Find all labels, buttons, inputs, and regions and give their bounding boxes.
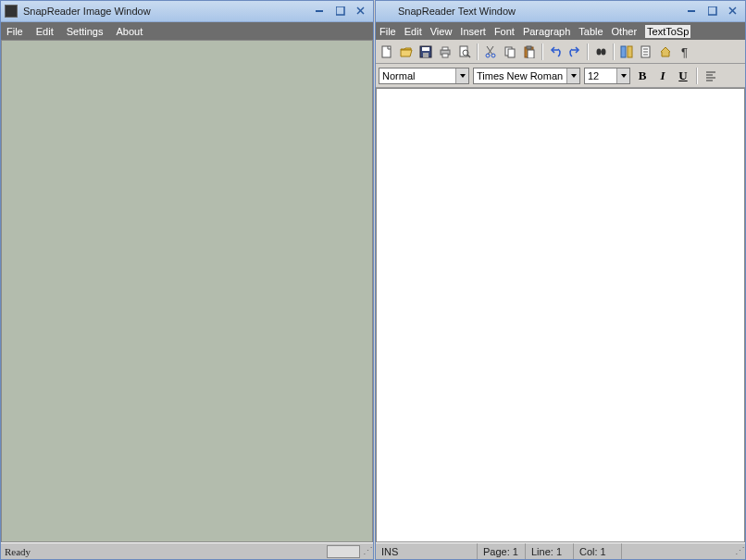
close-button[interactable] xyxy=(725,5,741,19)
size-combo[interactable]: 12 xyxy=(584,68,630,84)
underline-button[interactable]: U xyxy=(675,68,691,84)
preview-icon[interactable] xyxy=(456,44,473,60)
menu-paragraph[interactable]: Paragraph xyxy=(523,26,570,37)
home-icon[interactable] xyxy=(657,44,674,60)
svg-rect-23 xyxy=(508,49,515,57)
format-bar: Normal Times New Roman 12 B I U xyxy=(376,64,745,88)
separator-icon xyxy=(696,68,698,84)
status-ins: INS xyxy=(376,543,478,559)
resize-grip-icon[interactable]: ⋰ xyxy=(734,545,745,557)
svg-point-30 xyxy=(602,48,606,55)
window-title: SnapReader Image Window xyxy=(23,6,151,17)
resize-grip-icon[interactable]: ⋰ xyxy=(362,545,373,557)
copy-icon[interactable] xyxy=(502,44,518,60)
minimize-button[interactable] xyxy=(684,5,701,19)
titlebar[interactable]: SnapReader Image Window xyxy=(1,1,373,22)
pilcrow-icon[interactable]: ¶ xyxy=(677,44,693,60)
svg-rect-0 xyxy=(316,10,323,12)
status-text: Ready xyxy=(1,546,327,557)
separator-icon xyxy=(613,44,615,60)
svg-rect-11 xyxy=(423,53,429,57)
text-window: SnapReader Text Window File Edit View In… xyxy=(375,0,746,560)
svg-rect-32 xyxy=(621,46,626,57)
menu-insert[interactable]: Insert xyxy=(460,26,486,37)
menu-edit[interactable]: Edit xyxy=(404,26,422,37)
separator-icon xyxy=(541,44,543,60)
titlebar[interactable]: SnapReader Text Window xyxy=(376,1,745,22)
menu-view[interactable]: View xyxy=(430,26,453,37)
maximize-button[interactable] xyxy=(704,5,721,19)
redo-icon[interactable] xyxy=(566,44,583,60)
maximize-button[interactable] xyxy=(332,5,349,19)
font-value: Times New Roman xyxy=(477,70,563,81)
menubar: File Edit Settings About xyxy=(1,22,373,40)
style-combo[interactable]: Normal xyxy=(379,68,469,84)
svg-rect-26 xyxy=(527,46,531,49)
chevron-down-icon[interactable] xyxy=(455,68,468,83)
close-button[interactable] xyxy=(353,5,369,19)
size-value: 12 xyxy=(588,70,599,81)
separator-icon xyxy=(587,44,589,60)
style-value: Normal xyxy=(382,70,415,81)
menu-font[interactable]: Font xyxy=(494,26,515,37)
svg-rect-1 xyxy=(336,6,344,15)
status-col: Col: 1 xyxy=(574,543,622,559)
svg-point-29 xyxy=(597,48,602,55)
window-title: SnapReader Text Window xyxy=(379,6,516,17)
undo-icon[interactable] xyxy=(547,44,564,60)
image-canvas[interactable] xyxy=(1,40,373,542)
svg-marker-38 xyxy=(661,47,670,56)
svg-rect-33 xyxy=(628,46,632,57)
svg-point-21 xyxy=(491,54,495,57)
svg-rect-14 xyxy=(442,54,448,57)
find-icon[interactable] xyxy=(592,44,609,60)
insert-icon[interactable] xyxy=(638,44,654,60)
app-icon xyxy=(5,5,18,18)
bold-button[interactable]: B xyxy=(634,68,651,84)
italic-button[interactable]: I xyxy=(654,68,671,84)
status-line: Line: 1 xyxy=(526,543,574,559)
minimize-button[interactable] xyxy=(312,5,329,19)
svg-rect-25 xyxy=(528,50,534,58)
align-button[interactable] xyxy=(702,68,719,84)
menu-file[interactable]: File xyxy=(379,26,396,37)
menu-tts[interactable]: TextToSp xyxy=(645,25,690,38)
statusbar: Ready ⋰ xyxy=(1,542,373,559)
svg-rect-4 xyxy=(688,10,695,12)
chevron-down-icon[interactable] xyxy=(616,68,629,83)
font-combo[interactable]: Times New Roman xyxy=(473,68,580,84)
new-icon[interactable] xyxy=(379,44,395,60)
menu-table[interactable]: Table xyxy=(578,26,603,37)
menu-about[interactable]: About xyxy=(116,26,143,37)
menu-other[interactable]: Other xyxy=(612,26,638,37)
paste-icon[interactable] xyxy=(521,44,538,60)
statusbar: INS Page: 1 Line: 1 Col: 1 ⋰ xyxy=(376,542,745,559)
svg-rect-10 xyxy=(422,47,429,51)
menu-file[interactable]: File xyxy=(6,26,23,37)
text-editor[interactable] xyxy=(376,88,745,542)
svg-line-19 xyxy=(488,46,493,55)
svg-rect-8 xyxy=(382,46,391,57)
svg-text:¶: ¶ xyxy=(681,45,688,58)
chevron-down-icon[interactable] xyxy=(566,68,579,83)
status-page: Page: 1 xyxy=(478,543,526,559)
svg-line-17 xyxy=(467,55,470,57)
menubar: File Edit View Insert Font Paragraph Tab… xyxy=(376,22,745,40)
cut-icon[interactable] xyxy=(482,44,499,60)
layout-icon[interactable] xyxy=(618,44,635,60)
image-window: SnapReader Image Window File Edit Settin… xyxy=(0,0,374,560)
menu-edit[interactable]: Edit xyxy=(36,26,54,37)
separator-icon xyxy=(477,44,479,60)
svg-rect-5 xyxy=(708,6,716,15)
status-panel xyxy=(327,545,360,558)
toolbar: ¶ xyxy=(376,40,745,64)
menu-settings[interactable]: Settings xyxy=(67,26,104,37)
open-icon[interactable] xyxy=(398,44,415,60)
save-icon[interactable] xyxy=(417,44,434,60)
print-icon[interactable] xyxy=(437,44,454,60)
svg-rect-13 xyxy=(442,47,448,50)
